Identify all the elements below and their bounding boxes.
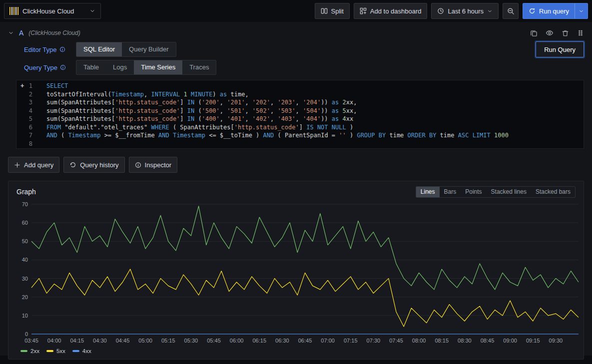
code-text: SELECT — [39, 82, 68, 90]
line-number: 7 — [16, 131, 39, 140]
code-text: FROM "default"."otel_traces" WHERE ( Spa… — [39, 123, 353, 132]
code-line[interactable]: 2toStartOfInterval(Timestamp, INTERVAL 1… — [16, 90, 584, 99]
legend-swatch — [46, 350, 53, 352]
drag-handle-grip-icon[interactable] — [577, 29, 584, 37]
chart-legend: 2xx5xx4xx — [16, 346, 576, 355]
code-line[interactable]: 5sum(SpanAttributes['http.status_code'] … — [16, 115, 584, 123]
x-axis-label: 06:15 — [252, 338, 266, 344]
legend-item[interactable]: 5xx — [46, 348, 65, 354]
sql-editor[interactable]: +1SELECT2toStartOfInterval(Timestamp, IN… — [16, 80, 584, 149]
line-number: 3 — [16, 98, 39, 107]
editor-type-option-sql[interactable]: SQL Editor — [76, 42, 122, 56]
x-axis-label: 04:30 — [93, 338, 107, 344]
mode-stacked-bars[interactable]: Stacked bars — [531, 187, 575, 197]
code-line[interactable]: 8 — [16, 140, 584, 148]
x-axis-label: 09:00 — [503, 338, 517, 344]
query-row-header: A (ClickHouse Cloud) — [8, 22, 584, 39]
mode-stacked-lines[interactable]: Stacked lines — [487, 187, 531, 197]
run-query-caret[interactable] — [575, 3, 588, 18]
tab-table[interactable]: Table — [76, 60, 106, 74]
code-line[interactable]: 3sum(SpanAttributes['http.status_code'] … — [16, 98, 584, 107]
query-datasource-hint: (ClickHouse Cloud) — [28, 29, 80, 36]
line-number: 4 — [16, 107, 39, 115]
info-icon — [135, 162, 141, 168]
code-text: sum(SpanAttributes['http.status_code'] I… — [39, 98, 357, 107]
code-line[interactable]: +1SELECT — [16, 82, 584, 90]
mode-bars[interactable]: Bars — [440, 187, 461, 197]
series-line-2xx — [31, 206, 579, 290]
clock-icon — [437, 7, 444, 14]
trash-icon[interactable] — [562, 29, 569, 37]
line-number: 5 — [16, 115, 39, 123]
query-history-button[interactable]: Query history — [63, 157, 124, 173]
run-query-button[interactable]: Run query — [523, 3, 588, 19]
info-icon[interactable] — [59, 46, 65, 52]
clickhouse-logo-icon — [9, 7, 18, 15]
add-to-dashboard-button[interactable]: Add to dashboard — [354, 3, 428, 19]
grid-plus-icon — [360, 7, 367, 14]
editor-type-toggle: SQL Editor Query Builder — [76, 42, 176, 57]
y-axis-label: 20 — [22, 294, 28, 300]
query-ref-id: A — [19, 29, 23, 37]
split-icon — [321, 7, 328, 14]
add-line-icon[interactable]: + — [20, 82, 24, 90]
sync-icon — [529, 7, 536, 14]
code-line[interactable]: 7AND ( Timestamp >= $__fromTime AND Time… — [16, 131, 584, 140]
x-axis-label: 05:00 — [138, 338, 152, 344]
x-axis-label: 09:30 — [549, 338, 563, 344]
query-footer: Add query Query history Inspector — [8, 157, 584, 173]
x-axis-label: 08:15 — [435, 338, 449, 344]
x-axis-label: 04:15 — [70, 338, 84, 344]
editor-type-option-builder[interactable]: Query Builder — [122, 42, 175, 56]
y-axis-label: 40 — [22, 257, 28, 263]
topbar: ClickHouse Cloud Split Add to dashboard … — [0, 0, 592, 22]
query-type-label-wrap: Query Type — [24, 64, 76, 71]
query-header-actions — [530, 29, 584, 37]
x-axis-label: 06:45 — [298, 338, 312, 344]
y-axis-label: 0 — [25, 331, 28, 337]
time-range-picker[interactable]: Last 6 hours — [431, 3, 499, 19]
tab-traces[interactable]: Traces — [182, 60, 216, 74]
x-axis-label: 05:30 — [184, 338, 198, 344]
run-query-panel-button[interactable]: Run Query — [536, 41, 584, 57]
line-number: 2 — [16, 90, 39, 99]
code-line[interactable]: 4sum(SpanAttributes['http.status_code'] … — [16, 107, 584, 115]
add-query-button[interactable]: Add query — [8, 157, 59, 173]
x-axis-label: 06:30 — [275, 338, 289, 344]
graph-header: Graph Lines Bars Points Stacked lines St… — [16, 185, 576, 198]
chart-area: 01020304050607003:4504:0004:1504:3004:45… — [16, 200, 576, 346]
tab-logs[interactable]: Logs — [106, 60, 134, 74]
legend-label: 2xx — [30, 348, 39, 354]
duplicate-query-icon[interactable] — [530, 29, 538, 37]
x-axis-label: 05:15 — [161, 338, 175, 344]
eye-icon[interactable] — [546, 29, 554, 37]
zoom-out-icon — [507, 7, 515, 15]
query-type-row: Query Type Table Logs Time Series Traces — [24, 60, 584, 75]
add-query-label: Add query — [24, 161, 53, 169]
plus-icon — [14, 162, 20, 168]
zoom-out-button[interactable] — [503, 3, 519, 19]
legend-item[interactable]: 2xx — [20, 348, 39, 354]
tab-time-series[interactable]: Time Series — [134, 60, 182, 74]
mode-lines[interactable]: Lines — [416, 187, 440, 197]
topbar-actions: Split Add to dashboard Last 6 hours — [315, 3, 588, 19]
info-icon[interactable] — [60, 64, 66, 70]
editor-type-label: Editor Type — [24, 46, 57, 53]
datasource-picker[interactable]: ClickHouse Cloud — [4, 3, 101, 19]
collapse-chevron-icon[interactable] — [8, 30, 14, 36]
editor-type-row: Editor Type SQL Editor Query Builder Run… — [24, 42, 584, 57]
chevron-down-icon — [487, 8, 493, 14]
legend-swatch — [72, 350, 79, 352]
line-number: +1 — [16, 82, 39, 90]
time-series-chart[interactable]: 01020304050607003:4504:0004:1504:3004:45… — [16, 200, 584, 346]
inspector-button[interactable]: Inspector — [129, 157, 177, 173]
legend-item[interactable]: 4xx — [72, 348, 91, 354]
mode-points[interactable]: Points — [461, 187, 486, 197]
time-range-label: Last 6 hours — [448, 7, 484, 15]
run-query-label: Run query — [539, 7, 569, 15]
code-line[interactable]: 6FROM "default"."otel_traces" WHERE ( Sp… — [16, 123, 584, 132]
y-axis-label: 10 — [22, 313, 28, 319]
query-type-tabs: Table Logs Time Series Traces — [76, 60, 216, 75]
datasource-name: ClickHouse Cloud — [22, 7, 74, 15]
split-button[interactable]: Split — [315, 3, 350, 19]
